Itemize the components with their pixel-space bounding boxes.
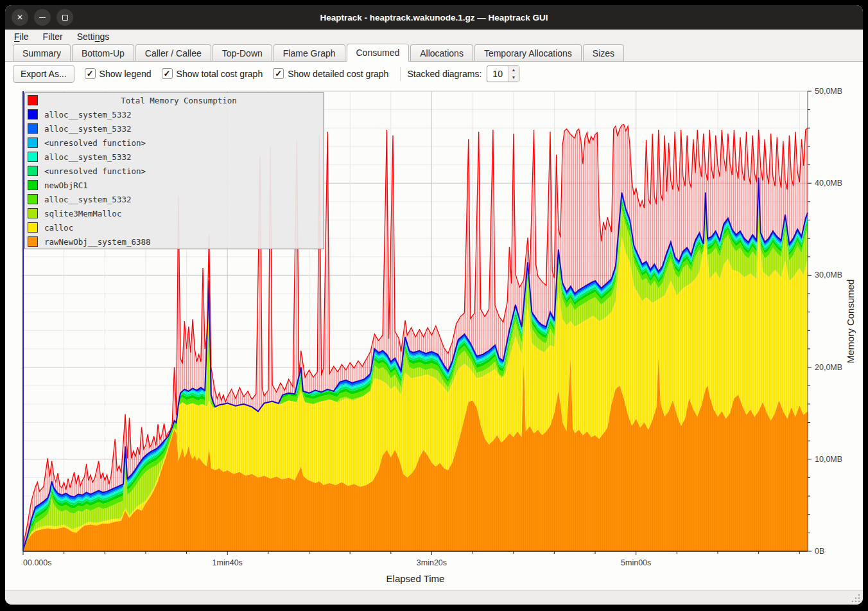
statusbar [5, 590, 863, 605]
checkbox-label: Show detailed cost graph [288, 69, 388, 79]
legend-label: calloc [44, 223, 73, 233]
checkbox-label: Show total cost graph [177, 69, 263, 79]
checkmark-icon[interactable]: ✓ [85, 68, 96, 79]
maximize-icon[interactable] [56, 9, 73, 26]
legend-item: alloc__system_5332 [25, 192, 324, 206]
tab-sizes[interactable]: Sizes [583, 44, 624, 61]
x-axis-title: Elapsed Time [386, 573, 445, 584]
legend-swatch-icon [28, 222, 38, 233]
chart-area: 00.000s1min40s3min20s5min00s0B10,0MB20,0… [5, 85, 863, 590]
tab-flame-graph[interactable]: Flame Graph [273, 44, 345, 61]
x-tick-label: 1min40s [213, 558, 243, 567]
checkmark-icon[interactable]: ✓ [273, 68, 284, 79]
y-tick-label: 10,0MB [815, 455, 842, 464]
legend-item: <unresolved function> [25, 164, 324, 178]
tab-summary[interactable]: Summary [13, 44, 71, 61]
menu-item-file[interactable]: File [14, 31, 29, 42]
legend-label: alloc__system_5332 [44, 110, 131, 120]
spin-down-icon[interactable]: ▼ [508, 74, 519, 82]
tab-temporary-allocations[interactable]: Temporary Allocations [474, 44, 582, 61]
checkmark-icon[interactable]: ✓ [162, 68, 173, 79]
legend-item: rawNewObj__system_6388 [25, 235, 324, 249]
checkbox-show-total-cost-graph[interactable]: ✓Show total cost graph [162, 68, 263, 79]
titlebar[interactable]: ✕ Heaptrack - heaptrack.wakunode.1.gz — … [5, 5, 863, 30]
legend-label: rawNewObj__system_6388 [44, 237, 151, 247]
menubar: FileFilterSettings [5, 30, 863, 44]
x-tick-label: 5min00s [621, 558, 651, 567]
legend-title-row: Total Memory Consumption [25, 93, 324, 107]
legend-swatch-icon [28, 180, 38, 190]
legend-swatch-icon [28, 152, 38, 162]
y-tick-label: 30,0MB [815, 270, 842, 279]
y-tick-label: 50,0MB [815, 87, 842, 96]
checkbox-label: Show legend [100, 69, 152, 79]
y-axis-title: Memory Consumed [845, 279, 856, 364]
toolbar-separator [400, 67, 401, 81]
legend-item: alloc__system_5332 [25, 150, 324, 164]
legend-swatch-icon [28, 137, 38, 148]
legend-item: alloc__system_5332 [25, 121, 324, 136]
legend-swatch-icon [28, 95, 38, 105]
menu-item-filter[interactable]: Filter [43, 31, 63, 42]
export-as-button[interactable]: Export As... [13, 65, 74, 83]
x-tick-label: 00.000s [23, 558, 51, 567]
tab-consumed[interactable]: Consumed [347, 44, 410, 62]
y-tick-label: 20,0MB [815, 363, 842, 372]
window-title: Heaptrack - heaptrack.wakunode.1.gz — He… [5, 13, 863, 22]
minimize-icon[interactable] [34, 9, 51, 26]
tabbar: SummaryBottom-UpCaller / CalleeTop-DownF… [5, 44, 863, 62]
legend-item: calloc [25, 220, 324, 235]
menu-item-settings[interactable]: Settings [77, 31, 110, 42]
tab-caller-callee[interactable]: Caller / Callee [135, 44, 211, 61]
legend-label: sqlite3MemMalloc [44, 209, 121, 218]
legend-swatch-icon [28, 166, 38, 176]
tab-bottom-up[interactable]: Bottom-Up [72, 44, 134, 61]
toolbar: Export As... ✓Show legend✓Show total cos… [5, 62, 863, 85]
legend-label: alloc__system_5332 [44, 152, 131, 162]
legend-item: alloc__system_5332 [25, 107, 324, 121]
resize-grip-icon[interactable] [851, 594, 860, 603]
legend-label: alloc__system_5332 [44, 195, 131, 204]
stacked-diagrams-label: Stacked diagrams: [407, 69, 482, 79]
legend-item: newObjRC1 [25, 178, 324, 192]
close-icon[interactable]: ✕ [12, 9, 28, 26]
stacked-diagrams-stepper[interactable]: 10 ▲ ▼ [487, 66, 519, 82]
legend-label: Total Memory Consumption [38, 96, 320, 105]
legend-label: <unresolved function> [44, 138, 146, 148]
legend-item: <unresolved function> [25, 136, 324, 150]
y-tick-label: 40,0MB [815, 179, 842, 188]
legend-label: alloc__system_5332 [44, 124, 131, 134]
tab-top-down[interactable]: Top-Down [213, 44, 272, 61]
legend-swatch-icon [28, 194, 38, 204]
heaptrack-window: ✕ Heaptrack - heaptrack.wakunode.1.gz — … [5, 5, 863, 605]
y-tick-label: 0B [815, 547, 824, 556]
legend-label: newObjRC1 [44, 181, 88, 190]
legend-label: <unresolved function> [44, 166, 146, 176]
stacked-diagrams-value[interactable]: 10 [487, 66, 508, 82]
chart-legend: Total Memory Consumptionalloc__system_53… [24, 93, 324, 249]
checkbox-show-legend[interactable]: ✓Show legend [85, 68, 152, 79]
legend-swatch-icon [28, 236, 38, 247]
checkbox-show-detailed-cost-graph[interactable]: ✓Show detailed cost graph [273, 68, 388, 79]
legend-swatch-icon [28, 109, 38, 120]
spin-up-icon[interactable]: ▲ [508, 66, 519, 74]
legend-swatch-icon [28, 208, 38, 218]
tab-allocations[interactable]: Allocations [410, 44, 473, 61]
x-tick-label: 3min20s [417, 558, 447, 567]
legend-item: sqlite3MemMalloc [25, 206, 324, 220]
legend-swatch-icon [28, 123, 38, 134]
